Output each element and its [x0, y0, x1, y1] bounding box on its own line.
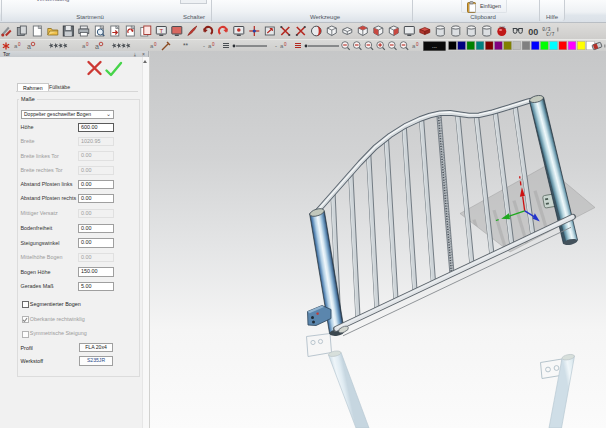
svg-text:-: -: [275, 43, 277, 49]
svg-text:0: 0: [86, 42, 89, 47]
svg-text:C/7: C/7: [546, 32, 554, 37]
svg-text:0: 0: [284, 42, 287, 47]
svg-text:-: -: [203, 43, 205, 49]
svg-text:OGL: OGL: [499, 26, 506, 30]
svg-text:a: a: [27, 43, 31, 50]
svg-text:a: a: [95, 43, 99, 50]
svg-text:...: ...: [432, 43, 437, 49]
svg-text:**: **: [183, 42, 189, 49]
svg-text:T: T: [159, 28, 163, 34]
svg-text:0: 0: [212, 42, 215, 47]
svg-text:0: 0: [154, 42, 157, 47]
svg-text:0: 0: [416, 42, 419, 47]
svg-text:0: 0: [18, 42, 21, 47]
svg-text:00: 00: [528, 27, 538, 37]
